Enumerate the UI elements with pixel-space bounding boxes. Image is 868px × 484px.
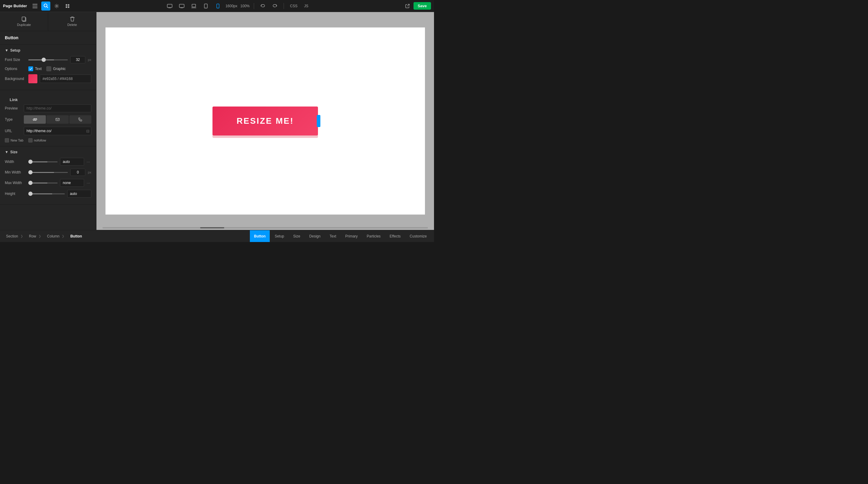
graphic-checkbox[interactable]	[46, 66, 51, 71]
max-width-slider-container	[28, 182, 58, 183]
graphic-option-label: Graphic	[53, 67, 66, 71]
type-email-button[interactable]	[46, 115, 68, 124]
tab-setup[interactable]: Setup	[270, 230, 288, 242]
max-width-input[interactable]	[60, 179, 84, 187]
settings-button[interactable]	[52, 1, 61, 10]
column-label: Column	[47, 234, 59, 238]
size-section: ▼ Size Width ··· Min Width	[0, 146, 96, 205]
type-phone-button[interactable]	[69, 115, 91, 124]
scrollbar-track	[102, 227, 428, 228]
canvas-size: 1600px	[225, 4, 237, 8]
font-size-row: Font Size px	[5, 56, 91, 63]
scrollbar-thumb[interactable]	[200, 227, 224, 228]
svg-point-5	[56, 5, 58, 7]
background-control: #e92a55 / #f44168	[28, 74, 91, 83]
preview-input[interactable]	[24, 105, 91, 112]
sidebar-toggle-button[interactable]	[30, 1, 39, 10]
font-size-slider-container	[28, 59, 68, 60]
search-button[interactable]	[41, 1, 50, 10]
font-size-slider[interactable]	[28, 59, 68, 60]
duplicate-label: Duplicate	[17, 23, 31, 27]
new-tab-option[interactable]: New Tab	[5, 138, 24, 142]
device-3d-button[interactable]	[165, 1, 174, 10]
width-options-button[interactable]: ···	[85, 159, 91, 165]
min-width-unit: px	[88, 170, 91, 174]
tab-button[interactable]: Button	[250, 230, 270, 242]
svg-rect-22	[56, 118, 59, 121]
undo-button[interactable]	[258, 1, 267, 10]
duplicate-button[interactable]: Duplicate	[0, 12, 48, 31]
breadcrumb-row[interactable]: Row ❯	[26, 230, 44, 242]
tab-text[interactable]: Text	[325, 230, 340, 242]
width-input[interactable]	[60, 158, 84, 166]
section-label: Section	[6, 234, 18, 238]
resize-handle[interactable]	[317, 115, 320, 127]
tab-design[interactable]: Design	[305, 230, 324, 242]
min-width-slider[interactable]	[28, 172, 68, 173]
max-width-options-button[interactable]: ···	[85, 180, 91, 186]
extensions-button[interactable]	[63, 1, 72, 10]
background-value[interactable]: #e92a55 / #f44168	[40, 75, 91, 83]
text-option[interactable]: Text	[28, 66, 41, 71]
preview-label: Preview	[5, 106, 22, 110]
device-tablet-button[interactable]	[201, 1, 210, 10]
breadcrumb-column[interactable]: Column ❯	[44, 230, 67, 242]
button-text: RESIZE ME!	[237, 116, 294, 126]
nofollow-option[interactable]: nofollow	[28, 138, 46, 142]
min-width-input[interactable]	[70, 169, 85, 176]
breadcrumb-arrow-1: ❯	[21, 234, 23, 238]
top-bar-mid: 1600px 100% CSS JS	[74, 1, 401, 10]
device-desktop-button[interactable]	[177, 1, 186, 10]
device-mobile-button[interactable]	[213, 1, 222, 10]
nofollow-checkbox[interactable]	[28, 138, 33, 142]
device-laptop-button[interactable]	[189, 1, 198, 10]
breadcrumb-button[interactable]: Button	[67, 230, 85, 242]
breadcrumb-section[interactable]: Section ❯	[3, 230, 26, 242]
height-input[interactable]	[67, 190, 91, 198]
tab-particles[interactable]: Particles	[363, 230, 385, 242]
type-label: Type	[5, 117, 22, 122]
left-sidebar: Duplicate Delete Button ▼ Setup Font Siz…	[0, 12, 96, 230]
url-clear-icon[interactable]: ⊟	[86, 129, 90, 133]
css-button[interactable]: CSS	[288, 3, 299, 9]
size-arrow-icon: ▼	[5, 150, 8, 154]
height-slider-container	[28, 193, 65, 194]
height-label: Height	[5, 192, 26, 196]
app-title: Page Builder	[3, 4, 27, 8]
setup-header[interactable]: ▼ Setup	[5, 48, 91, 53]
max-width-slider[interactable]	[28, 182, 58, 183]
preview-row: Preview	[5, 105, 91, 112]
options-row: Options Text Graphic	[5, 66, 91, 71]
svg-rect-10	[167, 4, 172, 7]
height-slider[interactable]	[28, 193, 65, 194]
tab-customize[interactable]: Customize	[405, 230, 431, 242]
graphic-option[interactable]: Graphic	[46, 66, 66, 71]
type-row: Type	[5, 115, 91, 124]
setup-arrow-icon: ▼	[5, 48, 8, 53]
redo-button[interactable]	[270, 1, 279, 10]
external-link-button[interactable]	[403, 2, 412, 10]
width-slider[interactable]	[28, 162, 58, 162]
background-label: Background	[5, 77, 26, 81]
size-header[interactable]: ▼ Size	[5, 150, 91, 154]
font-size-input[interactable]	[70, 56, 85, 63]
delete-button[interactable]: Delete	[48, 12, 96, 31]
tab-primary[interactable]: Primary	[341, 230, 362, 242]
width-value-container: ···	[60, 158, 91, 166]
url-row: URL ⊟	[5, 127, 91, 135]
tab-size[interactable]: Size	[289, 230, 304, 242]
main-layout: Duplicate Delete Button ▼ Setup Font Siz…	[0, 12, 434, 230]
svg-line-4	[47, 7, 48, 8]
sidebar-top-actions: Duplicate Delete	[0, 12, 96, 31]
text-checkbox[interactable]	[28, 66, 33, 71]
button-preview[interactable]: RESIZE ME!	[213, 107, 318, 136]
background-swatch[interactable]	[28, 74, 37, 83]
url-input[interactable]	[24, 127, 91, 135]
js-button[interactable]: JS	[302, 3, 310, 9]
tab-effects[interactable]: Effects	[385, 230, 405, 242]
new-tab-checkbox[interactable]	[5, 138, 9, 142]
svg-point-17	[206, 7, 206, 8]
save-button[interactable]: Save	[413, 2, 431, 10]
width-slider-container	[28, 162, 58, 162]
type-url-button[interactable]	[24, 115, 46, 124]
